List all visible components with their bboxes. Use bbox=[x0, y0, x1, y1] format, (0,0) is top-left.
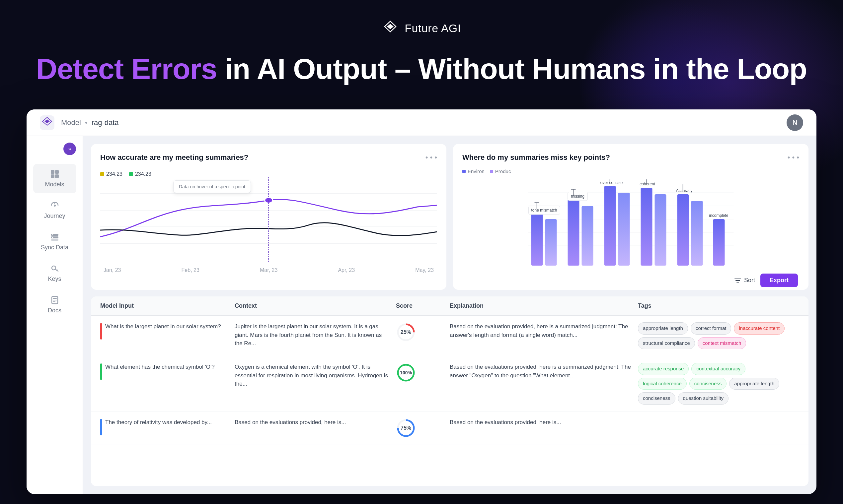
svg-text:missing: missing bbox=[571, 194, 584, 199]
legend-environ: Environ bbox=[462, 168, 485, 174]
line-chart-svg bbox=[100, 177, 437, 263]
cell-input-1: What is the largest planet in our solar … bbox=[100, 322, 235, 340]
svg-point-10 bbox=[52, 237, 53, 238]
bar-coherent-1 bbox=[641, 188, 653, 266]
user-avatar[interactable]: N bbox=[787, 114, 803, 131]
score-circle-1: 25% bbox=[396, 322, 416, 342]
row-indicator-2 bbox=[100, 363, 102, 380]
svg-text:over concise: over concise bbox=[600, 180, 623, 185]
bar-accuracy-1 bbox=[677, 194, 689, 266]
bar-over-concise-1 bbox=[604, 186, 616, 266]
bar-incomplete-1 bbox=[713, 219, 725, 266]
cell-score-2: 100% bbox=[396, 363, 450, 383]
legend-label-environ: Environ bbox=[468, 168, 485, 174]
table-row: The theory of relativity was developed b… bbox=[91, 412, 808, 445]
col-header-context: Context bbox=[235, 302, 396, 309]
charts-row: How accurate are my meeting summaries? •… bbox=[91, 144, 808, 290]
x-label-may: May, 23 bbox=[415, 267, 434, 273]
sidebar-label-journey: Journey bbox=[44, 213, 65, 219]
cell-explanation-3: Based on the evaluations provided, here … bbox=[450, 418, 638, 427]
tag-logical-coherence: logical coherence bbox=[638, 378, 687, 390]
svg-rect-8 bbox=[51, 239, 58, 241]
x-label-feb: Feb, 23 bbox=[182, 267, 200, 273]
sidebar-item-docs[interactable]: Docs bbox=[33, 290, 76, 319]
app-topbar: Model • rag-data N bbox=[27, 109, 816, 136]
svg-rect-2 bbox=[55, 170, 59, 174]
cell-input-2: What element has the chemical symbol 'O'… bbox=[100, 363, 235, 380]
tag-accurate-response: accurate response bbox=[638, 363, 689, 375]
journey-icon bbox=[50, 201, 60, 211]
sidebar-label-models: Models bbox=[45, 181, 64, 188]
export-button[interactable]: Export bbox=[760, 273, 798, 287]
breadcrumb: Model • rag-data bbox=[61, 119, 119, 127]
app-window: Model • rag-data N » Models bbox=[27, 109, 816, 494]
sort-export-row: Sort Export bbox=[462, 273, 799, 287]
sidebar: » Models bbox=[27, 136, 83, 494]
legend-produc: Produc bbox=[490, 168, 511, 174]
bar-missing-2 bbox=[582, 206, 593, 266]
brand-name: Future AGI bbox=[405, 22, 461, 35]
docs-icon bbox=[50, 295, 60, 305]
app-logo-icon bbox=[40, 115, 54, 130]
bar-chart-wrapper: tone mismatch missing over concise bbox=[462, 179, 799, 273]
sidebar-item-sync-data[interactable]: Sync Data bbox=[33, 227, 76, 256]
sidebar-expand-button[interactable]: » bbox=[63, 143, 76, 155]
cell-context-1: Jupiter is the largest planet in our sol… bbox=[235, 322, 396, 348]
svg-point-9 bbox=[52, 234, 53, 235]
models-icon bbox=[50, 169, 60, 179]
svg-rect-4 bbox=[55, 175, 59, 178]
keys-icon bbox=[50, 264, 60, 273]
chart-card-line: How accurate are my meeting summaries? •… bbox=[91, 144, 446, 290]
table-row: What is the largest planet in our solar … bbox=[91, 316, 808, 356]
bar-accuracy-2 bbox=[691, 201, 703, 266]
chart1-menu[interactable]: • • • bbox=[426, 153, 437, 162]
legend-dot-produc bbox=[490, 170, 493, 173]
tag-contextual-accuracy: contextual accuracy bbox=[691, 363, 745, 375]
score-circle-3: 75% bbox=[396, 418, 416, 438]
app-body: » Models bbox=[27, 136, 816, 494]
main-content: How accurate are my meeting summaries? •… bbox=[83, 136, 816, 494]
chart2-menu[interactable]: • • • bbox=[788, 153, 799, 162]
score-text-1: 25% bbox=[400, 328, 411, 336]
legend-dot-1 bbox=[100, 172, 104, 176]
cell-tags-1: appropriate length correct format inaccu… bbox=[638, 322, 799, 349]
col-header-input: Model Input bbox=[100, 302, 235, 309]
sort-button[interactable]: Sort bbox=[734, 277, 755, 284]
svg-text:tone mismatch: tone mismatch bbox=[531, 208, 557, 213]
score-text-2: 100% bbox=[400, 370, 412, 376]
score-circle-2: 100% bbox=[396, 363, 416, 383]
table-header: Model Input Context Score Explanation Ta… bbox=[91, 296, 808, 316]
col-header-score: Score bbox=[396, 302, 450, 309]
legend-dot-environ bbox=[462, 170, 466, 173]
legend-value-1: 234.23 bbox=[106, 171, 122, 177]
sidebar-label-keys: Keys bbox=[48, 275, 61, 283]
bar-over-concise-2 bbox=[618, 193, 630, 266]
tag-correct-format: correct format bbox=[691, 322, 732, 335]
legend-value-2: 234.23 bbox=[135, 171, 151, 177]
bar-chart-legend: Environ Produc bbox=[462, 168, 799, 174]
cell-score-1: 25% bbox=[396, 322, 450, 342]
hero-title-plain: in AI Output – Without Humans in the Loo… bbox=[225, 52, 807, 85]
tag-context-mismatch: context mismatch bbox=[698, 337, 746, 349]
legend-label-produc: Produc bbox=[495, 168, 511, 174]
sidebar-item-keys[interactable]: Keys bbox=[33, 258, 76, 288]
breadcrumb-rag-data: rag-data bbox=[91, 119, 119, 127]
table-row: What element has the chemical symbol 'O'… bbox=[91, 356, 808, 412]
tag-appropriate-length-1: appropriate length bbox=[638, 322, 688, 335]
tag-structural-compliance: structural compliance bbox=[638, 337, 695, 349]
breadcrumb-separator: • bbox=[85, 119, 88, 127]
svg-text:coherent: coherent bbox=[639, 182, 655, 186]
x-label-mar: Mar, 23 bbox=[260, 267, 277, 273]
tag-appropriate-length-2: appropriate length bbox=[729, 378, 779, 390]
svg-point-5 bbox=[54, 204, 56, 206]
bar-tone-mismatch-1 bbox=[531, 213, 543, 266]
sidebar-item-models[interactable]: Models bbox=[33, 164, 76, 193]
hero-title-highlight: Detect Errors bbox=[36, 52, 217, 85]
bar-coherent-2 bbox=[655, 194, 667, 266]
sidebar-item-journey[interactable]: Journey bbox=[33, 195, 76, 225]
logo-area: Future AGI bbox=[382, 20, 461, 36]
cell-context-3: Based on the evaluations provided, here … bbox=[235, 418, 396, 427]
chart2-header: Where do my summaries miss key points? •… bbox=[462, 153, 799, 162]
score-text-3: 75% bbox=[400, 424, 411, 432]
bar-missing-1 bbox=[568, 199, 580, 266]
